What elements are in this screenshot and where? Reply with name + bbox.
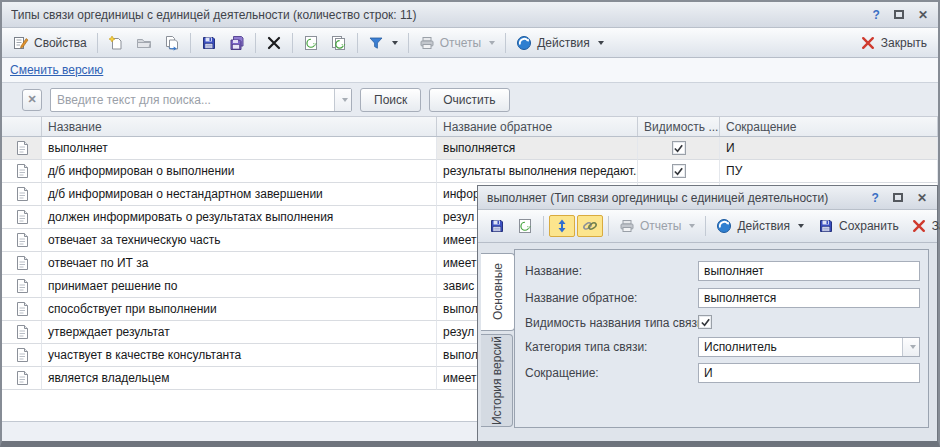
refresh-button[interactable] [298,32,324,54]
clear-button[interactable]: Очистить [429,88,509,112]
row-icon-cell[interactable] [2,206,42,229]
save-button[interactable] [196,32,222,54]
abbr-field[interactable] [699,366,919,380]
column-header-abbr[interactable]: Сокращение [720,117,938,136]
row-icon-cell[interactable] [2,321,42,344]
dialog-save-button[interactable]: Сохранить [813,215,904,237]
save-all-button[interactable] [224,32,250,54]
document-page-icon [14,347,30,363]
search-bar: ✕ Поиск Очистить [2,83,938,117]
toolbar-separator [190,33,191,53]
cell-abbr[interactable]: ПУ [720,160,938,183]
tab-version-history[interactable]: История версий [481,334,513,427]
row-icon-cell[interactable] [2,229,42,252]
autofit-toggle[interactable] [549,215,575,237]
row-icon-cell[interactable] [2,252,42,275]
search-dropdown-button[interactable] [334,89,351,111]
cell-name[interactable]: отвечает за техническую часть [42,229,437,252]
row-icon-cell[interactable] [2,344,42,367]
cell-name[interactable]: д/б информирован о нестандартном заверше… [42,183,437,206]
dialog-help-icon[interactable]: ? [872,192,879,204]
red-x-icon [860,35,876,51]
refresh-icon [303,35,319,51]
close-label: Закрыть [881,36,927,50]
dialog-titlebar[interactable]: выполняет (Тип связи оргединицы с единиц… [478,186,937,210]
column-header-visibility[interactable]: Видимость ... [638,117,720,136]
link-toggle[interactable] [577,215,603,237]
new-button[interactable] [103,32,129,54]
cell-name[interactable]: выполняет [42,137,437,160]
main-toolbar: Свойства Отчеты [2,28,938,58]
actions-globe-icon [716,218,732,234]
printer-icon [419,35,435,51]
reports-button[interactable]: Отчеты [414,32,500,54]
window-close-icon[interactable]: ✕ [918,9,928,21]
reverse-name-field[interactable] [699,291,919,305]
properties-button[interactable]: Свойства [8,32,92,54]
search-input[interactable] [51,89,334,111]
name-field[interactable] [699,264,919,278]
toolbar-separator [97,33,98,53]
row-icon-cell[interactable] [2,160,42,183]
visibility-checkbox[interactable] [672,141,686,155]
dialog-close-icon[interactable]: ✕ [917,192,927,204]
category-dropdown-button[interactable] [902,338,919,356]
cell-name[interactable]: является владельцем [42,367,437,390]
category-field[interactable] [699,340,902,354]
maximize-icon[interactable] [894,10,904,19]
column-header-reverse[interactable]: Название обратное [437,117,638,136]
refresh-all-button[interactable] [326,32,352,54]
cell-name[interactable]: должен информировать о результатах выпол… [42,206,437,229]
row-icon-cell[interactable] [2,298,42,321]
row-icon-cell[interactable] [2,183,42,206]
dialog-maximize-icon[interactable] [893,193,903,202]
dialog-title: выполняет (Тип связи оргединицы с единиц… [487,191,872,205]
dialog-close-button[interactable]: Закрыть [906,215,940,237]
search-close-button[interactable]: ✕ [22,89,42,111]
open-button[interactable] [131,32,157,54]
tab-main[interactable]: Основные [481,253,515,331]
dialog-actions-button[interactable]: Действия [711,215,809,237]
delete-button[interactable] [261,32,287,54]
chevron-down-icon [342,98,348,102]
cell-name[interactable]: отвечает по ИТ за [42,252,437,275]
cell-name[interactable]: утверждает результат [42,321,437,344]
main-titlebar[interactable]: Типы связи оргединицы с единицей деятель… [2,2,938,28]
row-icon-cell[interactable] [2,367,42,390]
toolbar-separator [543,216,544,236]
search-field [50,88,352,112]
cell-name[interactable]: принимает решение по [42,275,437,298]
close-button[interactable]: Закрыть [855,32,932,54]
column-header-name[interactable]: Название [42,117,437,136]
copy-button[interactable] [159,32,185,54]
save-icon [201,35,217,51]
dialog-refresh-button[interactable] [512,215,538,237]
visibility-checkbox[interactable] [672,164,686,178]
visibility-field-checkbox[interactable] [698,315,712,329]
up-down-arrows-icon [554,218,570,234]
cell-name[interactable]: д/б информирован о выполнении [42,160,437,183]
cell-visibility[interactable] [638,160,720,183]
cell-visibility[interactable] [638,137,720,160]
table-row[interactable]: д/б информирован о выполнении результаты… [2,160,938,183]
dialog-reports-button[interactable]: Отчеты [614,215,700,237]
dialog-save-icon-button[interactable] [484,215,510,237]
help-icon[interactable]: ? [873,9,880,21]
toolbar-separator [608,216,609,236]
refresh-all-icon [331,35,347,51]
filter-button[interactable] [363,32,403,54]
row-icon-cell[interactable] [2,275,42,298]
table-row[interactable]: выполняет выполняется И [2,137,938,160]
cell-name[interactable]: участвует в качестве консультанта [42,344,437,367]
actions-button[interactable]: Действия [511,32,609,54]
cell-reverse[interactable]: результаты выполнения передают... [437,160,638,183]
visibility-label: Видимость названия типа связи: [525,313,707,333]
search-button[interactable]: Поиск [360,88,421,112]
cell-reverse[interactable]: выполняется [437,137,638,160]
row-icon-cell[interactable] [2,137,42,160]
cell-name[interactable]: способствует при выполнении [42,298,437,321]
category-label: Категория типа связи: [525,337,647,357]
cell-abbr[interactable]: И [720,137,938,160]
change-version-link[interactable]: Сменить версию [10,63,103,77]
chevron-down-icon [598,41,604,45]
